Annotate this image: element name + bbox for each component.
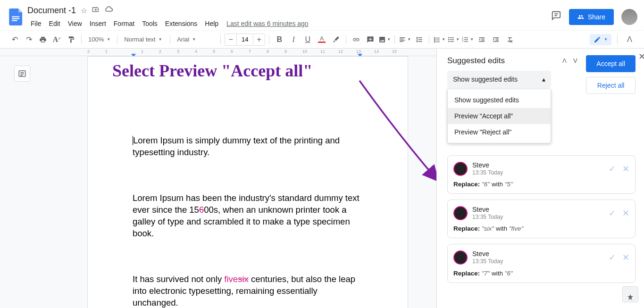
paragraph-1[interactable]: Lorem Ipsum is simply dummy text of the … [133,135,363,158]
suggestion-delete[interactable]: six [238,274,249,284]
print-icon[interactable] [37,33,49,46]
suggestion-insert[interactable]: five [224,274,238,284]
paragraph-3[interactable]: It has survived not only fivesix centuri… [133,274,363,308]
dropdown-option-accept-all[interactable]: Preview "Accept all" [448,108,551,124]
svg-point-7 [448,41,450,42]
menu-file[interactable]: File [27,18,45,29]
menu-tools[interactable]: Tools [139,18,161,29]
last-edit-link[interactable]: Last edit was 6 minutes ago [226,20,309,27]
svg-text:3: 3 [462,40,464,42]
suggestion-avatar [453,250,468,265]
accept-suggestion-icon[interactable]: ✓ [609,164,616,174]
document-outline-icon[interactable] [14,66,30,82]
ruler-tick: 15 [392,49,397,54]
menu-help[interactable]: Help [201,18,222,29]
menu-extensions[interactable]: Extensions [162,18,201,29]
redo-icon[interactable]: ↷ [23,33,35,46]
add-comment-icon[interactable] [364,33,376,46]
svg-rect-15 [464,39,468,40]
docs-logo-icon[interactable] [7,8,25,26]
document-page[interactable]: Lorem Ipsum is simply dummy text of the … [87,56,408,308]
suggestion-time: 13:35 Today [472,258,503,265]
zoom-selector[interactable]: 100%▼ [85,36,113,43]
svg-rect-0 [12,16,19,17]
close-panel-icon[interactable]: ✕ [638,51,644,62]
explore-icon[interactable] [622,286,638,302]
reject-all-button[interactable]: Reject all [586,77,636,94]
suggestion-body: Replace: "6" with "5" [453,181,629,188]
paragraph-2[interactable]: Lorem Ipsum has been the industry's stan… [133,192,363,240]
cloud-status-icon[interactable] [104,6,113,15]
comment-history-icon[interactable] [551,10,561,24]
doc-title[interactable]: Document -1 [27,6,76,16]
prev-suggestion-icon[interactable]: ᐱ [560,55,569,66]
suggestion-card[interactable]: Steve 13:35 Today ✓ ✕ Replace: "6" with … [447,155,636,194]
suggestion-avatar [453,162,468,176]
suggestion-card[interactable]: Steve 13:35 Today ✓ ✕ Replace: "six" wit… [447,200,636,238]
increase-indent-icon[interactable] [490,33,502,46]
bold-icon[interactable]: B [273,33,285,46]
suggestion-time: 13:35 Today [472,169,503,176]
font-size-input[interactable] [237,33,253,46]
line-spacing-icon[interactable] [413,33,425,46]
collapse-toolbar-icon[interactable]: ᐱ [623,33,636,46]
undo-icon[interactable]: ↶ [8,33,21,46]
suggestion-delete[interactable]: 6 [199,205,204,215]
reject-suggestion-icon[interactable]: ✕ [622,164,629,174]
ruler-tick: 10 [302,49,307,54]
preview-mode-dropdown[interactable]: Show suggested edits▴ [447,71,551,88]
spellcheck-icon[interactable]: A✓ [51,33,63,46]
next-suggestion-icon[interactable]: ᐯ [571,55,579,66]
reject-suggestion-icon[interactable]: ✕ [622,208,629,218]
menu-insert[interactable]: Insert [86,18,109,29]
preview-mode-menu: Show suggested edits Preview "Accept all… [447,89,551,143]
numbered-list-icon[interactable]: 123▼ [461,33,474,46]
svg-rect-9 [450,39,454,40]
menu-edit[interactable]: Edit [46,18,64,29]
reject-suggestion-icon[interactable]: ✕ [622,252,629,263]
style-selector[interactable]: Normal text▼ [121,36,166,43]
ruler-tick: 6 [231,49,233,54]
italic-icon[interactable]: I [287,33,300,46]
panel-title: Suggested edits [447,56,558,66]
horizontal-ruler[interactable]: 21123456789101112131415 [0,49,436,56]
underline-icon[interactable]: U [301,33,314,46]
insert-image-icon[interactable]: ▼ [378,33,391,46]
align-icon[interactable]: ▼ [399,33,411,46]
text-color-icon[interactable]: A [316,33,328,46]
suggestion-body: Replace: "six" with "five" [453,225,629,232]
dropdown-option-show[interactable]: Show suggested edits [448,92,551,108]
dropdown-option-reject-all[interactable]: Preview "Reject all" [448,124,551,140]
ruler-tick: 13 [356,49,361,54]
ruler-tick: 14 [374,49,379,54]
paint-format-icon[interactable] [65,33,77,46]
checklist-icon[interactable]: ▼ [433,33,445,46]
decrease-indent-icon[interactable] [476,33,488,46]
font-size-decrease[interactable]: − [225,33,237,46]
ruler-tick: 9 [284,49,287,54]
highlight-icon[interactable] [330,33,342,46]
ruler-tick: 7 [249,49,251,54]
accept-suggestion-icon[interactable]: ✓ [609,208,616,218]
svg-point-5 [448,37,450,38]
menu-view[interactable]: View [65,18,85,29]
ruler-tick: 2 [159,49,161,54]
accept-suggestion-icon[interactable]: ✓ [609,252,616,263]
accept-all-button[interactable]: Accept all [586,55,636,72]
svg-rect-2 [12,20,17,21]
star-icon[interactable]: ☆ [81,6,87,15]
move-icon[interactable] [92,6,100,15]
font-size-increase[interactable]: + [253,33,265,46]
suggestion-author: Steve [472,161,503,169]
menu-format[interactable]: Format [110,18,138,29]
bulleted-list-icon[interactable]: ▼ [447,33,460,46]
ruler-tick: 1 [105,49,108,54]
font-selector[interactable]: Arial▼ [174,36,217,43]
ruler-tick: 3 [177,49,179,54]
insert-link-icon[interactable] [350,33,362,46]
share-button[interactable]: Share [569,9,614,25]
account-avatar[interactable] [621,9,637,25]
clear-formatting-icon[interactable] [504,33,516,46]
editing-mode-button[interactable]: ▼ [590,34,611,45]
suggestion-card[interactable]: Steve 13:35 Today ✓ ✕ Replace: "7" with … [447,244,636,283]
